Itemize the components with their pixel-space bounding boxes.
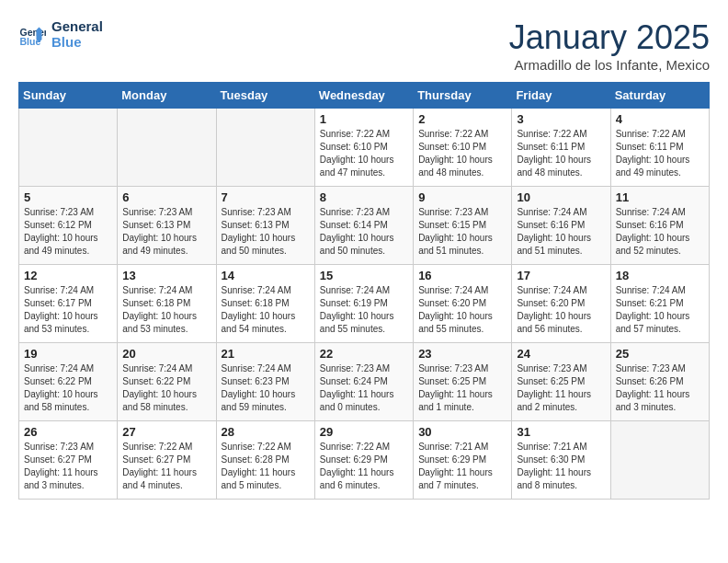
month-title: January 2025 [509, 18, 710, 57]
calendar-cell: 21Sunrise: 7:24 AM Sunset: 6:23 PM Dayli… [216, 343, 314, 421]
calendar-cell: 30Sunrise: 7:21 AM Sunset: 6:29 PM Dayli… [414, 421, 512, 500]
calendar-cell: 23Sunrise: 7:23 AM Sunset: 6:25 PM Dayli… [414, 343, 512, 421]
calendar-cell: 22Sunrise: 7:23 AM Sunset: 6:24 PM Dayli… [314, 343, 413, 421]
day-info: Sunrise: 7:23 AM Sunset: 6:25 PM Dayligh… [517, 362, 605, 414]
day-number: 27 [122, 425, 210, 439]
day-info: Sunrise: 7:21 AM Sunset: 6:29 PM Dayligh… [418, 441, 506, 492]
day-number: 9 [418, 190, 506, 204]
day-number: 29 [320, 425, 408, 439]
day-info: Sunrise: 7:23 AM Sunset: 6:14 PM Dayligh… [320, 206, 408, 258]
calendar-cell [118, 109, 216, 187]
calendar-cell: 16Sunrise: 7:24 AM Sunset: 6:20 PM Dayli… [414, 265, 512, 343]
day-info: Sunrise: 7:22 AM Sunset: 6:10 PM Dayligh… [320, 128, 408, 179]
week-row-1: 1Sunrise: 7:22 AM Sunset: 6:10 PM Daylig… [19, 109, 710, 187]
day-number: 15 [320, 269, 408, 282]
day-number: 1 [320, 112, 408, 126]
calendar-cell: 15Sunrise: 7:24 AM Sunset: 6:19 PM Dayli… [314, 265, 413, 343]
calendar-cell: 24Sunrise: 7:23 AM Sunset: 6:25 PM Dayli… [512, 343, 610, 421]
day-number: 13 [122, 269, 210, 282]
calendar-cell: 29Sunrise: 7:22 AM Sunset: 6:29 PM Dayli… [314, 421, 413, 500]
title-block: January 2025 Armadillo de los Infante, M… [509, 18, 710, 73]
column-header-sunday: Sunday [19, 83, 118, 109]
day-number: 7 [222, 190, 310, 204]
calendar-cell: 2Sunrise: 7:22 AM Sunset: 6:10 PM Daylig… [414, 109, 512, 187]
day-info: Sunrise: 7:23 AM Sunset: 6:24 PM Dayligh… [320, 362, 408, 414]
calendar-cell: 6Sunrise: 7:23 AM Sunset: 6:13 PM Daylig… [118, 187, 216, 265]
day-info: Sunrise: 7:24 AM Sunset: 6:22 PM Dayligh… [24, 362, 112, 414]
week-row-5: 26Sunrise: 7:23 AM Sunset: 6:27 PM Dayli… [19, 421, 710, 500]
calendar-cell: 31Sunrise: 7:21 AM Sunset: 6:30 PM Dayli… [512, 421, 610, 500]
day-number: 25 [616, 347, 704, 361]
calendar-cell: 12Sunrise: 7:24 AM Sunset: 6:17 PM Dayli… [19, 265, 118, 343]
day-number: 16 [418, 269, 506, 282]
day-info: Sunrise: 7:22 AM Sunset: 6:11 PM Dayligh… [517, 128, 605, 179]
logo: General Blue GeneralBlue [18, 18, 103, 50]
week-row-3: 12Sunrise: 7:24 AM Sunset: 6:17 PM Dayli… [19, 265, 710, 343]
calendar-cell: 27Sunrise: 7:22 AM Sunset: 6:27 PM Dayli… [118, 421, 216, 500]
column-header-wednesday: Wednesday [314, 83, 413, 109]
calendar-table: SundayMondayTuesdayWednesdayThursdayFrid… [18, 82, 710, 500]
calendar-cell: 28Sunrise: 7:22 AM Sunset: 6:28 PM Dayli… [216, 421, 314, 500]
calendar-cell [19, 109, 118, 187]
day-number: 21 [222, 347, 310, 361]
calendar-cell: 7Sunrise: 7:23 AM Sunset: 6:13 PM Daylig… [216, 187, 314, 265]
day-info: Sunrise: 7:22 AM Sunset: 6:28 PM Dayligh… [222, 441, 310, 492]
day-info: Sunrise: 7:22 AM Sunset: 6:10 PM Dayligh… [418, 128, 506, 179]
day-info: Sunrise: 7:22 AM Sunset: 6:29 PM Dayligh… [320, 441, 408, 492]
day-number: 18 [616, 269, 704, 282]
logo-icon: General Blue [18, 20, 46, 48]
day-number: 4 [616, 112, 704, 126]
day-info: Sunrise: 7:21 AM Sunset: 6:30 PM Dayligh… [517, 441, 605, 492]
calendar-cell: 3Sunrise: 7:22 AM Sunset: 6:11 PM Daylig… [512, 109, 610, 187]
day-info: Sunrise: 7:24 AM Sunset: 6:19 PM Dayligh… [320, 284, 408, 336]
day-info: Sunrise: 7:23 AM Sunset: 6:12 PM Dayligh… [24, 206, 112, 258]
day-number: 22 [320, 347, 408, 361]
calendar-cell: 1Sunrise: 7:22 AM Sunset: 6:10 PM Daylig… [314, 109, 413, 187]
day-info: Sunrise: 7:23 AM Sunset: 6:27 PM Dayligh… [24, 441, 112, 492]
day-number: 5 [24, 190, 112, 204]
day-info: Sunrise: 7:24 AM Sunset: 6:20 PM Dayligh… [517, 284, 605, 336]
calendar-cell: 10Sunrise: 7:24 AM Sunset: 6:16 PM Dayli… [512, 187, 610, 265]
day-info: Sunrise: 7:23 AM Sunset: 6:13 PM Dayligh… [222, 206, 310, 258]
day-info: Sunrise: 7:24 AM Sunset: 6:18 PM Dayligh… [122, 284, 210, 336]
day-info: Sunrise: 7:24 AM Sunset: 6:18 PM Dayligh… [222, 284, 310, 336]
column-header-tuesday: Tuesday [216, 83, 314, 109]
day-number: 26 [24, 425, 112, 439]
calendar-cell: 8Sunrise: 7:23 AM Sunset: 6:14 PM Daylig… [314, 187, 413, 265]
page-header: General Blue GeneralBlue January 2025 Ar… [18, 18, 710, 73]
day-info: Sunrise: 7:23 AM Sunset: 6:13 PM Dayligh… [122, 206, 210, 258]
day-number: 28 [222, 425, 310, 439]
day-number: 23 [418, 347, 506, 361]
day-info: Sunrise: 7:23 AM Sunset: 6:15 PM Dayligh… [418, 206, 506, 258]
column-header-thursday: Thursday [414, 83, 512, 109]
day-number: 11 [616, 190, 704, 204]
calendar-cell: 26Sunrise: 7:23 AM Sunset: 6:27 PM Dayli… [19, 421, 118, 500]
day-number: 20 [122, 347, 210, 361]
day-info: Sunrise: 7:22 AM Sunset: 6:11 PM Dayligh… [616, 128, 704, 179]
week-row-4: 19Sunrise: 7:24 AM Sunset: 6:22 PM Dayli… [19, 343, 710, 421]
day-info: Sunrise: 7:24 AM Sunset: 6:16 PM Dayligh… [616, 206, 704, 258]
day-number: 3 [517, 112, 605, 126]
day-info: Sunrise: 7:24 AM Sunset: 6:21 PM Dayligh… [616, 284, 704, 336]
day-info: Sunrise: 7:24 AM Sunset: 6:16 PM Dayligh… [517, 206, 605, 258]
header-row: SundayMondayTuesdayWednesdayThursdayFrid… [19, 83, 710, 109]
day-number: 24 [517, 347, 605, 361]
day-number: 8 [320, 190, 408, 204]
calendar-cell: 9Sunrise: 7:23 AM Sunset: 6:15 PM Daylig… [414, 187, 512, 265]
calendar-cell [610, 421, 709, 500]
logo-text: GeneralBlue [51, 18, 103, 50]
calendar-cell: 17Sunrise: 7:24 AM Sunset: 6:20 PM Dayli… [512, 265, 610, 343]
day-info: Sunrise: 7:24 AM Sunset: 6:22 PM Dayligh… [122, 362, 210, 414]
calendar-cell: 5Sunrise: 7:23 AM Sunset: 6:12 PM Daylig… [19, 187, 118, 265]
day-info: Sunrise: 7:24 AM Sunset: 6:17 PM Dayligh… [24, 284, 112, 336]
day-info: Sunrise: 7:24 AM Sunset: 6:20 PM Dayligh… [418, 284, 506, 336]
day-number: 14 [222, 269, 310, 282]
day-info: Sunrise: 7:22 AM Sunset: 6:27 PM Dayligh… [122, 441, 210, 492]
calendar-cell: 25Sunrise: 7:23 AM Sunset: 6:26 PM Dayli… [610, 343, 709, 421]
calendar-cell [216, 109, 314, 187]
day-number: 6 [122, 190, 210, 204]
day-number: 31 [517, 425, 605, 439]
week-row-2: 5Sunrise: 7:23 AM Sunset: 6:12 PM Daylig… [19, 187, 710, 265]
day-number: 2 [418, 112, 506, 126]
day-number: 12 [24, 269, 112, 282]
